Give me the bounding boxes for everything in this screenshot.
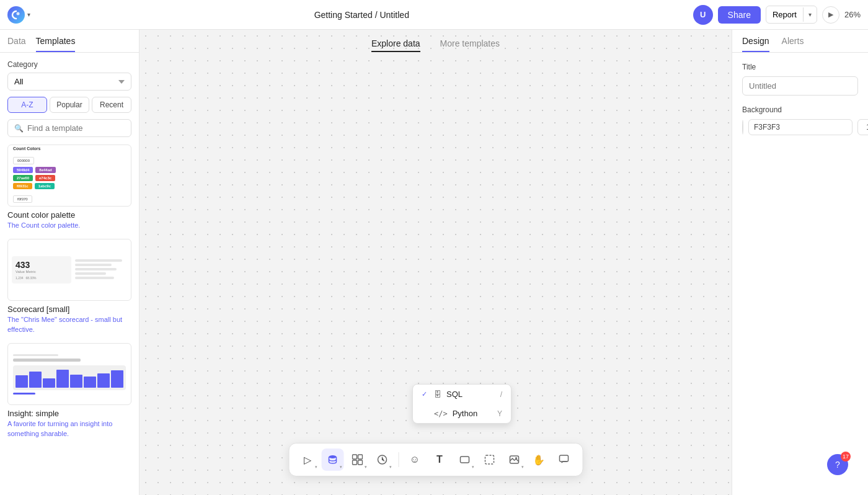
header: ▾ Getting Started / Untitled U Share Rep… (0, 0, 868, 30)
filter-popular-button[interactable]: Popular (50, 97, 89, 113)
sidebar-tabs: Data Templates (0, 30, 139, 53)
main-area: Data Templates Category All A-Z Popular … (0, 30, 868, 495)
sidebar-tab-data[interactable]: Data (7, 36, 26, 52)
dropdown-item-sql[interactable]: ✓ 🗄 SQL / (413, 385, 511, 404)
canvas-dots (140, 30, 732, 495)
svg-point-1 (329, 455, 336, 458)
right-panel-content: Title Background (732, 53, 868, 145)
filter-recent-button[interactable]: Recent (92, 97, 131, 113)
logo[interactable]: ▾ (7, 6, 30, 24)
svg-rect-5 (358, 460, 362, 465)
logo-mark (7, 6, 25, 24)
container-tool-button[interactable] (478, 448, 500, 471)
template-card-count-color[interactable]: Count Colors 000000 5949d4 8e44ad 27ae60… (7, 145, 131, 230)
sql-shortcut: / (500, 390, 502, 399)
canvas-area: Explore data More templates ✓ 🗄 SQL / </… (140, 30, 732, 495)
help-icon: ? (835, 460, 840, 470)
title-input[interactable] (742, 76, 858, 96)
svg-point-0 (17, 12, 20, 15)
template-card-scorecard[interactable]: 433 Value Metric 1,234 68.33% (7, 239, 131, 334)
help-badge: 17 (841, 452, 851, 462)
image-chevron-icon: ▾ (521, 465, 524, 470)
report-chevron-button[interactable]: ▾ (803, 7, 817, 22)
search-icon: 🔍 (14, 124, 24, 133)
zoom-level: 26% (844, 10, 861, 19)
text-tool-button[interactable]: T (428, 448, 451, 471)
help-area: ? 17 (837, 464, 858, 485)
template-desc-count-color: The Count color palette. (7, 221, 131, 230)
right-panel-tab-alerts[interactable]: Alerts (782, 36, 804, 52)
header-actions: U Share Report ▾ ▶ 26% (693, 5, 861, 25)
search-input[interactable] (27, 123, 125, 133)
svg-point-10 (515, 457, 517, 459)
toolbar: ▷▾ ▾ ▾ ▾ ☺ T ▾ (288, 443, 583, 476)
canvas-tab-more[interactable]: More templates (440, 38, 500, 52)
database-tool-button[interactable]: ▾ (321, 448, 343, 471)
rect-tool-button[interactable]: ▾ (453, 448, 476, 471)
dropdown-popup: ✓ 🗄 SQL / </> Python Y (412, 384, 512, 424)
filter-buttons: A-Z Popular Recent (7, 97, 131, 113)
code-icon: </> (434, 409, 448, 418)
emoji-tool-button[interactable]: ☺ (404, 448, 426, 471)
hand-tool-button[interactable]: ✋ (528, 448, 550, 471)
background-opacity-input[interactable] (857, 119, 868, 135)
svg-rect-2 (352, 455, 356, 459)
sidebar-content: Category All A-Z Popular Recent 🔍 Count … (0, 53, 139, 495)
arrow-chevron-icon: ▾ (315, 465, 317, 470)
filter-az-button[interactable]: A-Z (7, 97, 47, 113)
template-name-insight: Insight: simple (7, 409, 131, 418)
db-icon: 🗄 (434, 390, 441, 399)
svg-rect-3 (358, 455, 362, 459)
database-chevron-icon: ▾ (340, 465, 342, 470)
sidebar-tab-templates[interactable]: Templates (36, 36, 76, 52)
background-label: Background (742, 105, 858, 114)
help-button[interactable]: ? 17 (827, 454, 848, 475)
breadcrumb: Getting Started / Untitled (38, 10, 686, 20)
background-hex-input[interactable] (748, 119, 852, 135)
canvas-tabs: Explore data More templates (140, 30, 732, 61)
clock-chevron-icon: ▾ (389, 465, 392, 470)
clock-tool-button[interactable]: ▾ (371, 448, 393, 471)
dropdown-label-sql: SQL (446, 390, 463, 399)
play-button[interactable]: ▶ (822, 6, 839, 24)
svg-rect-7 (460, 457, 469, 463)
background-row (742, 119, 858, 135)
dropdown-item-python[interactable]: </> Python Y (413, 404, 511, 423)
share-button[interactable]: Share (718, 6, 761, 24)
logo-chevron-icon: ▾ (27, 11, 30, 18)
svg-rect-4 (352, 460, 356, 465)
canvas-tab-explore[interactable]: Explore data (371, 38, 420, 52)
search-box: 🔍 (7, 119, 131, 137)
template-desc-scorecard: The "Chris Mee" scorecard - small but ef… (7, 315, 131, 334)
report-button[interactable]: Report (766, 6, 803, 23)
check-icon: ✓ (422, 390, 429, 398)
title-field-label: Title (742, 63, 858, 71)
toolbar-divider-1 (398, 452, 399, 467)
template-name-count-color: Count color palette (7, 210, 131, 220)
background-color-swatch[interactable] (742, 120, 743, 135)
template-preview-scorecard: 433 Value Metric 1,234 68.33% (7, 239, 131, 301)
comment-tool-button[interactable] (552, 448, 575, 471)
rect-chevron-icon: ▾ (472, 465, 474, 470)
dropdown-label-python: Python (453, 409, 477, 418)
template-card-insight[interactable]: Insight: simple A favorite for turning a… (7, 343, 131, 439)
template-preview-insight (7, 343, 131, 405)
python-shortcut: Y (497, 409, 502, 418)
image-tool-button[interactable]: ▾ (503, 448, 525, 471)
right-panel-tab-design[interactable]: Design (742, 36, 769, 52)
right-panel-tabs: Design Alerts (732, 30, 868, 53)
transform-tool-button[interactable]: ▾ (346, 448, 368, 471)
right-panel: Design Alerts Title Background (732, 30, 868, 495)
category-label: Category (7, 60, 131, 69)
transform-chevron-icon: ▾ (365, 465, 367, 470)
sidebar: Data Templates Category All A-Z Popular … (0, 30, 140, 495)
avatar[interactable]: U (693, 5, 713, 25)
arrow-tool-button[interactable]: ▷▾ (296, 448, 319, 471)
svg-rect-8 (485, 455, 494, 464)
template-preview-count-color: Count Colors 000000 5949d4 8e44ad 27ae60… (7, 145, 131, 207)
category-select[interactable]: All (7, 73, 131, 91)
template-desc-insight: A favorite for turning an insight into s… (7, 419, 131, 439)
svg-rect-11 (559, 455, 568, 462)
report-button-group: Report ▾ (766, 6, 817, 24)
template-name-scorecard: Scorecard [small] (7, 305, 131, 314)
